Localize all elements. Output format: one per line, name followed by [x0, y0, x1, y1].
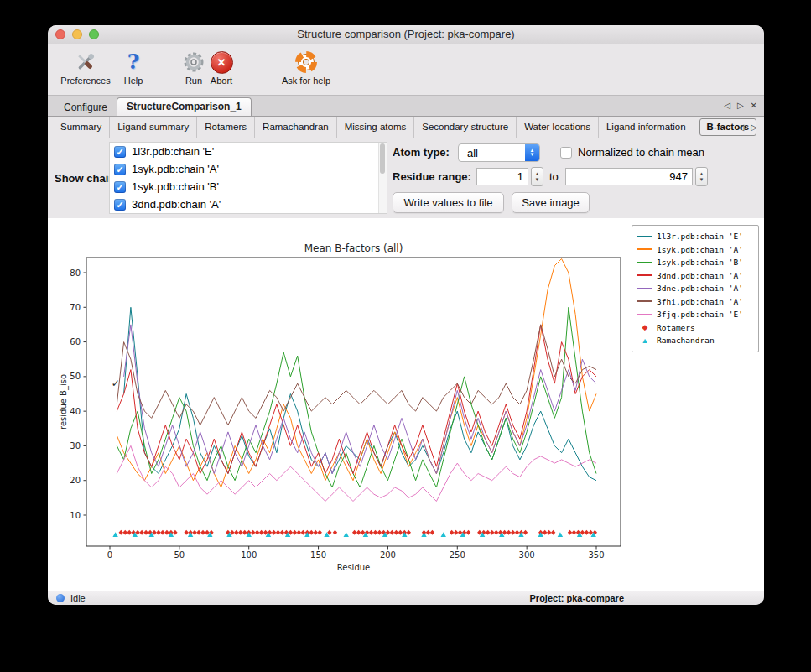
legend-line-swatch — [637, 288, 652, 289]
subtab-back-icon[interactable]: ◁ — [738, 122, 745, 132]
legend-entry: ◆Rotamers — [637, 321, 753, 335]
document-tab-bar: ConfigureStructureComparison_1 ◁ ▷ ✕ — [48, 96, 764, 117]
dropdown-arrows-icon: ▲▼ — [525, 144, 539, 161]
chain-label: 1syk.pdb:chain 'A' — [132, 163, 219, 175]
subtab-ramachandran[interactable]: Ramachandran — [255, 117, 337, 138]
zoom-window-button[interactable] — [89, 29, 99, 39]
toolbar: Preferences?HelpRun✕AbortAsk for help — [48, 44, 764, 96]
save-image-button[interactable]: Save image — [512, 192, 590, 213]
svg-text:40: 40 — [70, 407, 81, 416]
svg-text:50: 50 — [70, 372, 81, 381]
status-state: Idle — [70, 592, 86, 605]
residue-to-stepper[interactable]: ▲▼ — [695, 167, 708, 186]
chains-scrollbar[interactable] — [378, 143, 387, 213]
svg-text:60: 60 — [70, 337, 81, 346]
legend-label: 3dnd.pdb:chain 'A' — [657, 271, 743, 280]
normalized-label: Normalized to chain mean — [578, 146, 704, 159]
subtab-forward-icon[interactable]: ▷ — [751, 122, 757, 132]
residue-to-input[interactable] — [565, 168, 693, 185]
legend-label: Ramachandran — [657, 336, 715, 345]
legend-entry: 1syk.pdb:chain 'A' — [637, 243, 753, 257]
atom-type-label: Atom type: — [393, 146, 450, 159]
tab-structurecomparison_1[interactable]: StructureComparison_1 — [117, 97, 252, 116]
toolbar-label: Ask for help — [268, 76, 345, 86]
chain-checkbox[interactable]: ✓ — [114, 181, 126, 193]
legend-label: 1syk.pdb:chain 'A' — [657, 245, 743, 254]
tab-bar-nav: ◁ ▷ ✕ — [724, 101, 757, 110]
chain-list-item[interactable]: ✓1l3r.pdb:chain 'E' — [110, 143, 387, 160]
legend-entry: 3fjq.pdb:chain 'E' — [637, 308, 753, 321]
help-icon: ? — [117, 49, 150, 75]
svg-text:100: 100 — [241, 550, 257, 560]
triangle-marker-icon: ▲ — [637, 336, 652, 345]
legend-entry: 1syk.pdb:chain 'B' — [637, 256, 753, 269]
title-bar[interactable]: Structure comparison (Project: pka-compa… — [48, 25, 764, 44]
tab-back-icon[interactable]: ◁ — [724, 101, 730, 110]
chain-label: 1l3r.pdb:chain 'E' — [132, 145, 214, 158]
svg-text:10: 10 — [70, 511, 81, 520]
chain-list-item[interactable]: ✓1syk.pdb:chain 'B' — [110, 178, 387, 195]
lifering-icon — [268, 49, 345, 75]
legend-entry: ▲Ramachandran — [637, 334, 753, 347]
status-indicator-icon — [56, 594, 65, 602]
svg-text:300: 300 — [519, 550, 535, 560]
chain-checkbox[interactable]: ✓ — [114, 164, 126, 175]
legend-label: 3fhi.pdb:chain 'A' — [657, 297, 743, 306]
atom-type-select[interactable]: all ▲▼ — [458, 143, 540, 162]
window-title: Structure comparison (Project: pka-compa… — [297, 28, 514, 40]
legend-line-swatch — [637, 248, 652, 250]
svg-text:0: 0 — [107, 550, 112, 560]
minimize-window-button[interactable] — [72, 29, 82, 39]
plot-legend: 1l3r.pdb:chain 'E'1syk.pdb:chain 'A'1syk… — [632, 225, 759, 352]
tab-strip: ConfigureStructureComparison_1 — [55, 97, 252, 116]
legend-entry: 3dnd.pdb:chain 'A' — [637, 269, 753, 283]
chain-checkbox[interactable]: ✓ — [114, 146, 126, 158]
svg-text:350: 350 — [588, 550, 604, 560]
toolbar-label: Help — [117, 76, 150, 86]
toolbar-button-ask-for-help[interactable]: Ask for help — [268, 49, 345, 86]
subtab-summary[interactable]: Summary — [53, 117, 110, 138]
subtab-secondary-structure[interactable]: Secondary structure — [414, 117, 517, 138]
legend-line-swatch — [637, 274, 652, 276]
check-annotation: ✓ — [112, 378, 120, 389]
toolbar-button-help[interactable]: ?Help — [117, 49, 150, 86]
chain-list[interactable]: ✓1l3r.pdb:chain 'E'✓1syk.pdb:chain 'A'✓1… — [109, 142, 387, 214]
subtab-rotamers[interactable]: Rotamers — [197, 117, 255, 138]
write-values-button[interactable]: Write values to file — [393, 192, 504, 213]
subtab-ligand-summary[interactable]: Ligand summary — [110, 117, 197, 138]
svg-text:30: 30 — [70, 441, 81, 451]
toolbar-label: Abort — [202, 76, 241, 86]
subtab-strip: SummaryLigand summaryRotamersRamachandra… — [53, 117, 762, 138]
plot-area: 0501001502002503003501020304050607080✓Me… — [48, 218, 764, 591]
legend-label: Rotamers — [657, 323, 695, 332]
legend-entry: 1l3r.pdb:chain 'E' — [637, 230, 753, 243]
svg-text:20: 20 — [70, 476, 81, 485]
toolbar-button-abort[interactable]: ✕Abort — [202, 49, 241, 86]
chain-checkbox[interactable]: ✓ — [114, 199, 126, 211]
diamond-marker-icon: ◆ — [637, 323, 652, 331]
scrollbar-thumb[interactable] — [380, 143, 385, 174]
chain-label: 1syk.pdb:chain 'B' — [132, 180, 219, 193]
legend-line-swatch — [637, 262, 652, 263]
legend-line-swatch — [637, 300, 652, 302]
subtab-water-locations[interactable]: Water locations — [517, 117, 599, 138]
tab-close-icon[interactable]: ✕ — [751, 101, 757, 110]
window-controls — [55, 29, 99, 39]
subtab-missing-atoms[interactable]: Missing atoms — [337, 117, 415, 138]
tab-configure[interactable]: Configure — [55, 99, 117, 116]
close-window-button[interactable] — [55, 29, 65, 39]
tab-forward-icon[interactable]: ▷ — [737, 101, 744, 110]
residue-from-stepper[interactable]: ▲▼ — [531, 167, 543, 186]
svg-text:50: 50 — [174, 550, 185, 560]
chain-list-item[interactable]: ✓3dnd.pdb:chain 'A' — [110, 195, 387, 213]
residue-from-input[interactable] — [476, 168, 528, 185]
svg-text:200: 200 — [380, 550, 396, 560]
toolbar-button-preferences[interactable]: Preferences — [55, 49, 117, 86]
normalized-checkbox[interactable] — [560, 147, 572, 159]
subtab-nav: ◁ ▷ — [738, 122, 757, 132]
subtab-ligand-information[interactable]: Ligand information — [599, 117, 694, 138]
svg-text:residue B_iso: residue B_iso — [59, 374, 69, 430]
chain-list-item[interactable]: ✓1syk.pdb:chain 'A' — [110, 160, 387, 178]
svg-text:250: 250 — [450, 550, 465, 560]
legend-entry: 3fhi.pdb:chain 'A' — [637, 295, 753, 309]
